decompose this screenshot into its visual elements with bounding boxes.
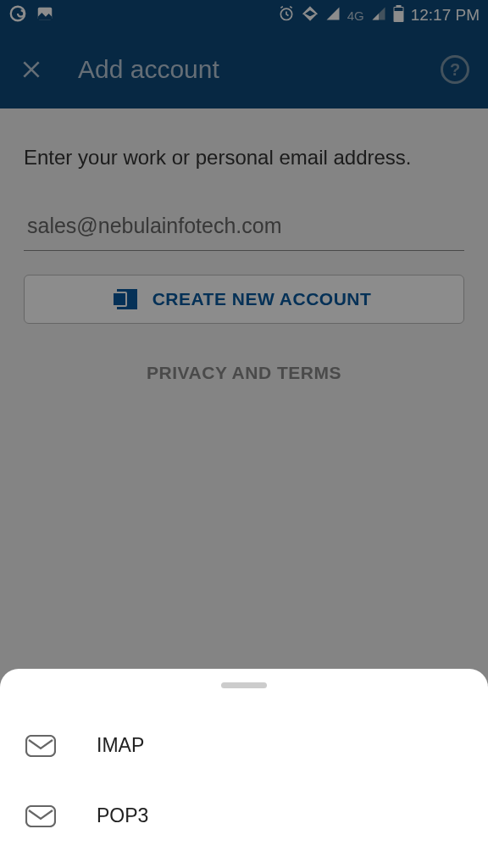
sheet-item-pop3[interactable]: POP3 [0, 781, 488, 851]
svg-rect-7 [26, 806, 55, 826]
sheet-item-label: IMAP [97, 734, 144, 757]
sheet-drag-handle[interactable] [221, 682, 267, 688]
mail-icon [25, 735, 56, 757]
mail-icon [25, 805, 56, 827]
sheet-item-label: POP3 [97, 804, 148, 827]
sheet-item-imap[interactable]: IMAP [0, 710, 488, 781]
svg-rect-6 [26, 736, 55, 756]
bottom-sheet: IMAP POP3 [0, 669, 488, 868]
